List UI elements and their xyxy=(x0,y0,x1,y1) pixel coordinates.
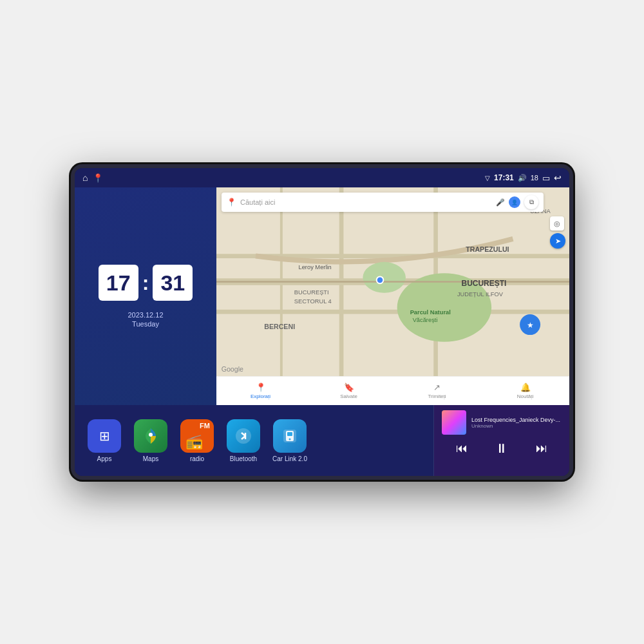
music-controls: ⏮ ⏸ ⏭ xyxy=(442,439,562,459)
day-text: Tuesday xyxy=(128,320,163,328)
svg-text:★: ★ xyxy=(527,321,534,330)
explore-icon: 📍 xyxy=(256,383,266,392)
clock-hours: 17 xyxy=(99,265,138,301)
map-location-button[interactable]: ◎ xyxy=(550,216,564,231)
map-area[interactable]: TRAPEZULUI BUCUREȘTI JUDEȚUL ILFOV BERCE… xyxy=(216,187,569,376)
map-user-avatar[interactable]: 👤 xyxy=(509,196,520,208)
map-nav-explore[interactable]: 📍 Explorați xyxy=(216,383,305,399)
app-item-apps[interactable]: ⊞ Apps xyxy=(85,419,124,462)
home-icon[interactable]: ⌂ xyxy=(82,173,88,183)
device-shell: ⌂ 📍 ▽ 17:31 🔊 18 ▭ ↩ 17 : 31 xyxy=(71,164,573,480)
svg-point-8 xyxy=(363,262,406,293)
svg-text:Google: Google xyxy=(222,365,243,373)
map-layers-button[interactable]: ⧉ xyxy=(524,195,538,209)
map-svg: TRAPEZULUI BUCUREȘTI JUDEȚUL ILFOV BERCE… xyxy=(216,187,569,376)
music-prev-button[interactable]: ⏮ xyxy=(453,439,470,458)
map-navigate-button[interactable]: ➤ xyxy=(550,233,565,249)
saved-label: Salvate xyxy=(340,393,357,399)
back-icon[interactable]: ↩ xyxy=(554,173,562,183)
music-meta: Lost Frequencies_Janieck Devy-... Unknow… xyxy=(471,417,562,429)
svg-point-20 xyxy=(377,277,384,284)
volume-level: 18 xyxy=(531,174,538,182)
map-search-input[interactable]: Căutați aici xyxy=(240,198,492,206)
map-controls: ◎ ➤ xyxy=(550,216,565,249)
svg-text:SECTORUL 4: SECTORUL 4 xyxy=(294,298,332,305)
screen: ⌂ 📍 ▽ 17:31 🔊 18 ▭ ↩ 17 : 31 xyxy=(75,168,569,476)
bluetooth-label: Bluetooth xyxy=(230,455,257,462)
svg-text:Văcărești: Văcărești xyxy=(413,317,438,323)
send-icon: ↗ xyxy=(433,383,440,392)
news-label: Noutăți xyxy=(517,393,533,399)
clock-panel: 17 : 31 2023.12.12 Tuesday xyxy=(75,187,216,405)
app-item-bluetooth[interactable]: Bluetooth xyxy=(224,419,263,462)
date-text: 2023.12.12 xyxy=(128,311,163,319)
music-play-pause-button[interactable]: ⏸ xyxy=(493,439,511,459)
app-item-carlink[interactable]: Car Link 2.0 xyxy=(270,419,309,462)
news-icon: 🔔 xyxy=(520,383,531,392)
status-left: ⌂ 📍 xyxy=(82,173,103,183)
maps-app-label: Maps xyxy=(143,455,158,462)
signal-icon: ▽ xyxy=(485,175,490,182)
main-area: 17 : 31 2023.12.12 Tuesday xyxy=(75,187,569,405)
apps-label: Apps xyxy=(97,455,112,462)
clock-display: 17 : 31 xyxy=(99,265,193,301)
radio-label: radio xyxy=(190,455,204,462)
map-pin-icon: 📍 xyxy=(227,198,236,207)
saved-icon: 🔖 xyxy=(344,383,354,392)
music-track-info: Lost Frequencies_Janieck Devy-... Unknow… xyxy=(442,410,562,435)
map-panel: TRAPEZULUI BUCUREȘTI JUDEȚUL ILFOV BERCE… xyxy=(216,187,569,405)
status-right: ▽ 17:31 🔊 18 ▭ ↩ xyxy=(485,173,562,183)
svg-point-28 xyxy=(289,438,291,440)
status-bar: ⌂ 📍 ▽ 17:31 🔊 18 ▭ ↩ xyxy=(75,168,569,187)
carlink-label: Car Link 2.0 xyxy=(272,455,307,462)
music-thumb-img xyxy=(442,410,466,435)
battery-icon: ▭ xyxy=(542,173,550,183)
maps-status-icon[interactable]: 📍 xyxy=(93,173,103,183)
music-thumbnail xyxy=(442,410,466,435)
radio-icon: FM 📻 xyxy=(180,419,214,453)
clock-minutes: 31 xyxy=(153,265,193,301)
date-display: 2023.12.12 Tuesday xyxy=(128,311,163,328)
map-nav-news[interactable]: 🔔 Noutăți xyxy=(481,383,569,399)
maps-icon xyxy=(134,419,167,453)
map-nav-send[interactable]: ↗ Trimiteți xyxy=(393,383,481,399)
send-label: Trimiteți xyxy=(428,393,446,399)
svg-text:BUCUREȘTI: BUCUREȘTI xyxy=(462,279,507,288)
svg-rect-27 xyxy=(287,432,292,436)
app-item-maps[interactable]: Maps xyxy=(131,419,170,462)
status-time: 17:31 xyxy=(494,173,514,182)
svg-point-24 xyxy=(236,428,251,444)
map-search-bar[interactable]: 📍 Căutați aici 🎤 👤 ⧉ xyxy=(222,193,544,212)
map-mic-icon[interactable]: 🎤 xyxy=(496,198,505,207)
svg-text:TRAPEZULUI: TRAPEZULUI xyxy=(466,245,509,253)
apps-icon: ⊞ xyxy=(88,419,121,453)
svg-point-23 xyxy=(149,433,153,437)
music-player: Lost Frequencies_Janieck Devy-... Unknow… xyxy=(434,405,569,476)
music-artist: Unknown xyxy=(471,423,562,429)
map-bottom-nav: 📍 Explorați 🔖 Salvate ↗ Trimiteți 🔔 Nout… xyxy=(216,376,569,405)
clock-colon: : xyxy=(142,271,149,295)
svg-text:BERCENI: BERCENI xyxy=(264,323,295,330)
svg-text:JUDEȚUL ILFOV: JUDEȚUL ILFOV xyxy=(457,291,504,298)
app-item-radio[interactable]: FM 📻 radio xyxy=(178,419,216,462)
music-title: Lost Frequencies_Janieck Devy-... xyxy=(471,417,562,423)
music-next-button[interactable]: ⏭ xyxy=(533,439,550,458)
volume-icon: 🔊 xyxy=(518,174,527,182)
carlink-icon xyxy=(273,419,307,453)
explore-label: Explorați xyxy=(251,393,270,399)
map-nav-saved[interactable]: 🔖 Salvate xyxy=(305,383,393,399)
svg-text:BUCUREȘTI: BUCUREȘTI xyxy=(294,289,329,296)
bottom-section: ⊞ Apps Maps xyxy=(75,405,569,476)
svg-text:Parcul Natural: Parcul Natural xyxy=(410,309,451,316)
bluetooth-icon xyxy=(227,419,260,453)
svg-text:Leroy Merlin: Leroy Merlin xyxy=(299,264,332,270)
app-grid: ⊞ Apps Maps xyxy=(75,405,433,476)
